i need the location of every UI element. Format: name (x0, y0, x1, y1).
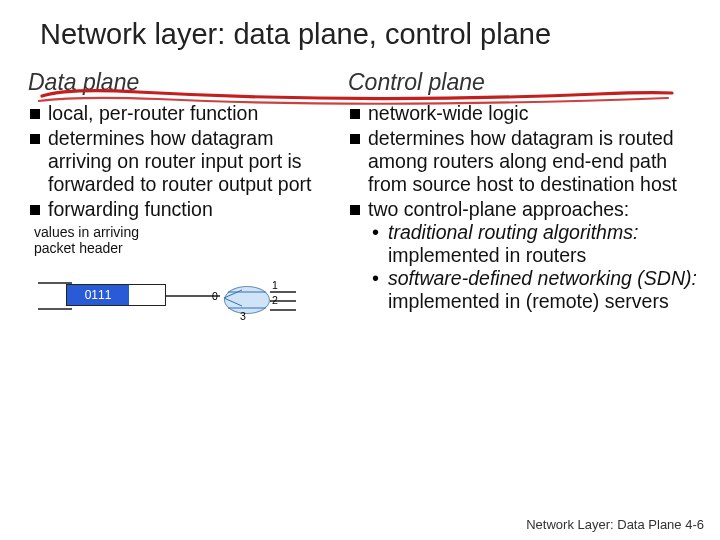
packet-caption: values in arriving packet header (34, 225, 338, 256)
port-1: 1 (272, 279, 278, 291)
footer-page: 4-6 (685, 517, 704, 532)
packet: 0111 (66, 284, 166, 306)
data-plane-list: local, per-router function determines ho… (28, 102, 338, 221)
port-0: 0 (212, 290, 218, 302)
cp-sdn-rest: implemented in (remote) servers (388, 290, 669, 312)
slide-footer: Network Layer: Data Plane 4-6 (526, 517, 704, 532)
right-column: Control plane network-wide logic determi… (348, 69, 702, 340)
dp-bullet-local: local, per-router function (30, 102, 338, 125)
port-2: 2 (272, 294, 278, 306)
cp-trad-term: traditional routing algorithms: (388, 221, 638, 243)
cp-approaches-text: two control-plane approaches: (368, 198, 629, 220)
cp-sub-traditional: traditional routing algorithms: implemen… (372, 221, 702, 267)
left-column: Data plane local, per-router function de… (28, 69, 338, 340)
cp-bullet-networkwide: network-wide logic (350, 102, 702, 125)
packet-header: 0111 (67, 285, 129, 305)
forwarding-diagram: 0111 0 1 2 3 (58, 260, 318, 340)
content-columns: Data plane local, per-router function de… (0, 51, 720, 340)
router-icon: 0 1 2 3 (216, 280, 278, 320)
cp-sdn-term: software-defined networking (SDN): (388, 267, 697, 289)
cp-trad-rest: implemented in routers (388, 244, 586, 266)
slide-title: Network layer: data plane, control plane (0, 0, 720, 51)
dp-bullet-determines: determines how datagram arriving on rout… (30, 127, 338, 196)
cp-sublist: traditional routing algorithms: implemen… (368, 221, 702, 313)
dp-bullet-forwarding: forwarding function (30, 198, 338, 221)
control-plane-list: network-wide logic determines how datagr… (348, 102, 702, 313)
footer-chapter: Network Layer: Data Plane (526, 517, 681, 532)
cp-bullet-approaches: two control-plane approaches: traditiona… (350, 198, 702, 313)
cp-sub-sdn: software-defined networking (SDN): imple… (372, 267, 702, 313)
control-plane-heading: Control plane (348, 69, 702, 96)
data-plane-heading: Data plane (28, 69, 338, 96)
cp-bullet-determines: determines how datagram is routed among … (350, 127, 702, 196)
